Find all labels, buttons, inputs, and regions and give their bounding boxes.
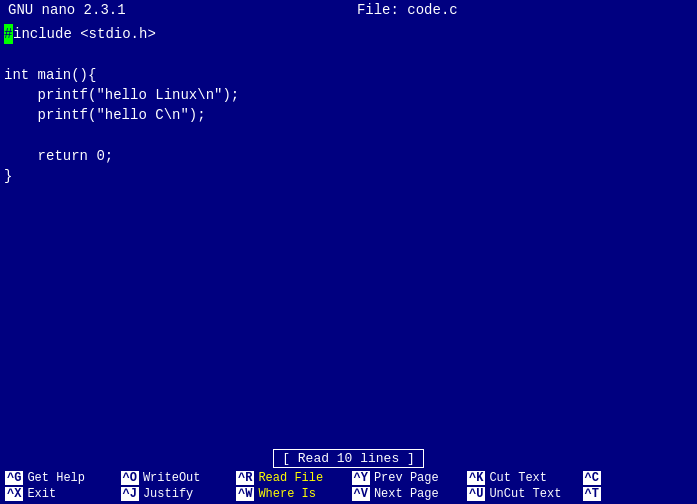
shortcut-key: ^R [236, 471, 254, 485]
shortcut-item[interactable]: ^GGet Help [2, 470, 118, 486]
code-line [4, 44, 693, 64]
shortcut-label: UnCut Text [489, 487, 561, 501]
shortcut-item[interactable]: ^C [580, 470, 696, 486]
shortcut-label: Exit [27, 487, 56, 501]
shortcut-label: Next Page [374, 487, 439, 501]
status-message: [ Read 10 lines ] [273, 449, 424, 468]
shortcut-key: ^C [583, 471, 601, 485]
status-bar: [ Read 10 lines ] [0, 447, 697, 470]
shortcut-key: ^T [583, 487, 601, 501]
file-title: File: code.c [126, 2, 689, 18]
shortcut-label: Cut Text [489, 471, 547, 485]
code-line: #include <stdio.h> [4, 24, 693, 44]
editor-area[interactable]: #include <stdio.h> int main(){ printf("h… [0, 20, 697, 447]
shortcut-item[interactable]: ^VNext Page [349, 486, 465, 502]
code-line: printf("hello C\n"); [4, 105, 693, 125]
shortcut-key: ^O [121, 471, 139, 485]
shortcut-key: ^K [467, 471, 485, 485]
shortcut-key: ^V [352, 487, 370, 501]
shortcut-item[interactable]: ^WWhere Is [233, 486, 349, 502]
shortcut-label: Read File [258, 471, 323, 485]
shortcut-key: ^U [467, 487, 485, 501]
shortcut-item[interactable]: ^JJustify [118, 486, 234, 502]
shortcut-label: Get Help [27, 471, 85, 485]
shortcut-key: ^J [121, 487, 139, 501]
shortcut-item[interactable]: ^OWriteOut [118, 470, 234, 486]
code-line: } [4, 166, 693, 186]
shortcut-item[interactable]: ^KCut Text [464, 470, 580, 486]
shortcut-item[interactable]: ^YPrev Page [349, 470, 465, 486]
shortcut-key: ^W [236, 487, 254, 501]
code-line: int main(){ [4, 65, 693, 85]
code-line: printf("hello Linux\n"); [4, 85, 693, 105]
shortcut-item[interactable]: ^RRead File [233, 470, 349, 486]
shortcut-item[interactable]: ^UUnCut Text [464, 486, 580, 502]
shortcut-label: Prev Page [374, 471, 439, 485]
code-line: return 0; [4, 146, 693, 166]
shortcut-key: ^G [5, 471, 23, 485]
shortcut-key: ^X [5, 487, 23, 501]
shortcuts-bar: ^GGet Help^OWriteOut^RRead File^YPrev Pa… [0, 470, 697, 504]
shortcut-label: Justify [143, 487, 193, 501]
shortcut-item[interactable]: ^XExit [2, 486, 118, 502]
shortcut-key: ^Y [352, 471, 370, 485]
code-line [4, 125, 693, 145]
shortcut-item[interactable]: ^T [580, 486, 696, 502]
shortcut-label: WriteOut [143, 471, 201, 485]
shortcut-label: Where Is [258, 487, 316, 501]
header-bar: GNU nano 2.3.1 File: code.c [0, 0, 697, 20]
app-title: GNU nano 2.3.1 [8, 2, 126, 18]
